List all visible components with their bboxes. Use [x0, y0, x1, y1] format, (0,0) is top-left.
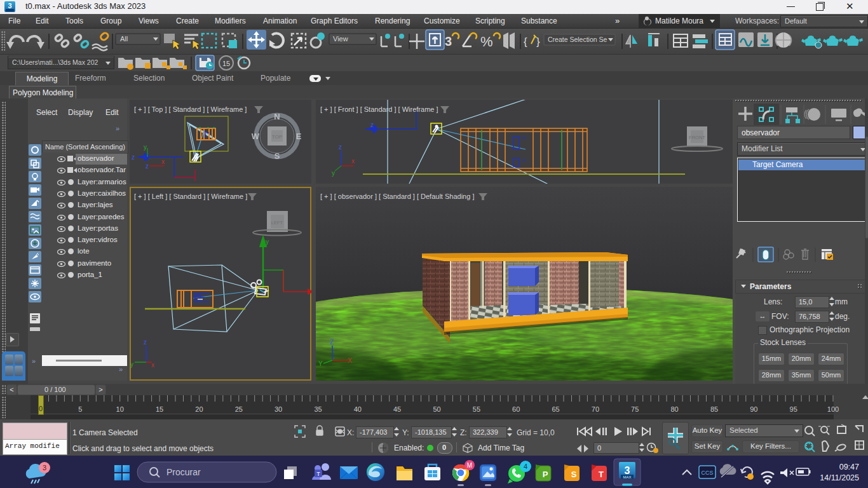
svg-text:45: 45: [393, 405, 401, 413]
svg-text:FRONT: FRONT: [689, 135, 705, 140]
svg-text:50: 50: [433, 405, 440, 413]
svg-text:z: z: [370, 121, 374, 128]
svg-text:z: z: [339, 144, 342, 151]
svg-text:x: x: [161, 158, 165, 165]
svg-text:[ + ] [ observador ] [ Standar: [ + ] [ observador ] [ Standard ] [ Defa…: [320, 193, 474, 200]
svg-text:3: 3: [445, 34, 452, 48]
svg-text:65: 65: [552, 405, 559, 413]
svg-text:4: 4: [524, 463, 527, 470]
svg-text:Procurar: Procurar: [166, 467, 201, 477]
svg-text:90: 90: [750, 405, 757, 413]
svg-text:z: z: [146, 163, 149, 170]
svg-text:y: y: [130, 361, 133, 368]
svg-text:70: 70: [592, 405, 599, 413]
svg-text:M: M: [467, 462, 472, 469]
svg-text:x: x: [351, 158, 355, 165]
svg-text:All: All: [120, 35, 128, 43]
svg-text:Z: Z: [330, 339, 334, 346]
svg-text:95: 95: [790, 405, 797, 413]
svg-text:[ + ] [ Left ] [ Standard ] [: [ + ] [ Left ] [ Standard ] [ Wireframe …: [134, 193, 247, 200]
svg-text:25: 25: [235, 405, 243, 413]
svg-text:75: 75: [631, 405, 639, 413]
svg-text:Create Selection Se: Create Selection Se: [548, 36, 607, 43]
svg-text:35: 35: [314, 405, 322, 413]
svg-text:15: 15: [222, 60, 230, 67]
svg-text:15: 15: [156, 405, 163, 413]
svg-text:N: N: [274, 112, 280, 121]
svg-text:3: 3: [43, 464, 46, 471]
svg-text:MAX: MAX: [623, 475, 631, 479]
svg-text:20: 20: [195, 405, 203, 413]
svg-text:14/11/2025: 14/11/2025: [820, 473, 859, 482]
svg-text:X: X: [348, 357, 352, 364]
svg-text:z: z: [144, 339, 147, 346]
svg-text:}: }: [536, 36, 540, 48]
svg-text:W: W: [252, 132, 260, 141]
svg-text:10: 10: [116, 405, 124, 413]
svg-text:5: 5: [78, 405, 82, 413]
svg-text:40: 40: [354, 405, 362, 413]
svg-text:View: View: [333, 35, 348, 43]
svg-text:80: 80: [670, 405, 678, 413]
svg-text:x: x: [151, 362, 154, 369]
svg-text:{: {: [524, 36, 527, 48]
svg-text:55: 55: [473, 405, 480, 413]
svg-text:S: S: [275, 151, 280, 161]
svg-text:TOP: TOP: [272, 134, 282, 140]
svg-text:T: T: [316, 471, 320, 477]
svg-text:[ + ] [ Front ] [ Standard ] [: [ + ] [ Front ] [ Standard ] [ Wireframe…: [320, 105, 438, 113]
svg-text:Y: Y: [318, 360, 323, 367]
svg-text:[ + ] [ Top ] [ Standard ] [ W: [ + ] [ Top ] [ Standard ] [ Wireframe ]: [134, 105, 247, 113]
svg-text:09:47: 09:47: [839, 463, 859, 471]
svg-text:%: %: [480, 34, 493, 50]
svg-text:P: P: [543, 470, 548, 479]
svg-text:30: 30: [275, 405, 282, 413]
svg-text:y: y: [332, 170, 335, 177]
svg-text:E: E: [296, 132, 302, 141]
svg-text:LEFT: LEFT: [271, 220, 283, 226]
svg-text:S: S: [571, 470, 577, 479]
svg-text:85: 85: [710, 405, 718, 413]
svg-text:T: T: [599, 470, 604, 479]
svg-text:z: z: [132, 154, 135, 161]
svg-text:y: y: [144, 144, 147, 151]
svg-text:100: 100: [827, 405, 839, 413]
svg-text:3: 3: [625, 465, 630, 476]
svg-text:CCS: CCS: [701, 470, 713, 476]
svg-text:y: y: [266, 238, 269, 245]
svg-text:60: 60: [512, 405, 520, 413]
